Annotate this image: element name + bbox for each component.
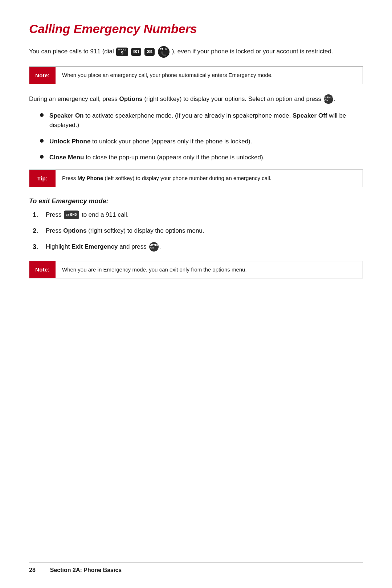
step-number-3: 3. (33, 242, 46, 252)
key-talk-icon: TALK 📞 (158, 46, 170, 58)
end-circle-icon: ⊙ (66, 212, 69, 218)
footer-section-label: Section 2A: Phone Basics (50, 567, 122, 573)
key-talk-label: TALK (160, 48, 168, 51)
intro-text-before: You can place calls to 911 (dial (29, 48, 115, 55)
end-label: END (70, 212, 77, 217)
bullet-item-2-text: Unlock Phone to unlock your phone (appea… (49, 137, 252, 146)
menu-ok2-icon: MENUOK (149, 242, 159, 252)
exit-sub-heading: To exit Emergency mode: (29, 197, 363, 205)
note2-box: Note: When you are in Emergency mode, yo… (29, 261, 363, 279)
footer-page-number: 28 (29, 567, 36, 573)
step-3-text: Highlight Exit Emergency and press MENUO… (46, 242, 161, 252)
tip-content: Press My Phone (left softkey) to display… (56, 170, 363, 187)
note1-label: Note: (29, 67, 56, 84)
speaker-off-label: Speaker Off (293, 112, 327, 119)
intro-text-after: ), even if your phone is locked or your … (172, 48, 333, 55)
bullet-dot-icon (40, 113, 44, 117)
mid-text-after: . (334, 95, 336, 102)
speaker-on-label: Speaker On (49, 112, 84, 119)
page-footer: 28 Section 2A: Phone Basics (29, 562, 363, 573)
note1-content: When you place an emergency call, your p… (56, 67, 363, 84)
note2-label: Note: (29, 261, 56, 278)
bullet-item-3-text: Close Menu to close the pop-up menu (app… (49, 153, 265, 162)
page-title: Calling Emergency Numbers (29, 22, 363, 36)
tip-text-after: (left softkey) to display your phone num… (103, 175, 271, 181)
list-item: 3. Highlight Exit Emergency and press ME… (33, 242, 363, 252)
note2-content: When you are in Emergency mode, you can … (56, 261, 363, 278)
step-number-2: 2. (33, 226, 46, 236)
key-9-label: 9 (121, 51, 123, 56)
key-talk-phone-icon: 📞 (161, 51, 166, 56)
tip-text-before: Press (62, 175, 78, 181)
key-envelope1-icon: ✉1 (131, 48, 141, 56)
list-item: Unlock Phone to unlock your phone (appea… (40, 137, 363, 146)
key-wxyz9-icon: WXYZ 9 (116, 48, 128, 57)
mid-paragraph: During an emergency call, press Options … (29, 94, 363, 104)
step-2-options-label: Options (63, 227, 86, 234)
intro-paragraph: You can place calls to 911 (dial WXYZ 9 … (29, 46, 363, 58)
list-item: Close Menu to close the pop-up menu (app… (40, 153, 363, 162)
mid-text-mid: (right softkey) to display your options.… (143, 95, 323, 102)
tip-box: Tip: Press My Phone (left softkey) to di… (29, 170, 363, 187)
exit-emergency-label: Exit Emergency (72, 243, 118, 250)
end-call-icon: ⊙ END (64, 211, 79, 219)
list-item: Speaker On to activate speakerphone mode… (40, 111, 363, 130)
numbered-steps: 1. Press ⊙ END to end a 911 call. 2. Pre… (33, 210, 363, 252)
bullet-list: Speaker On to activate speakerphone mode… (40, 111, 363, 162)
tip-bold-myphone: My Phone (78, 175, 103, 181)
key-envelope2-icon: ✉1 (144, 48, 155, 56)
step-number-1: 1. (33, 210, 46, 220)
bullet-dot-icon (40, 155, 44, 159)
close-menu-label: Close Menu (49, 154, 84, 161)
mid-text-before: During an emergency call, press (29, 95, 119, 102)
bullet-item-1-text: Speaker On to activate speakerphone mode… (49, 111, 363, 130)
step-1-text: Press ⊙ END to end a 911 call. (46, 210, 128, 220)
list-item: 2. Press Options (right softkey) to disp… (33, 226, 363, 236)
step-2-text: Press Options (right softkey) to display… (46, 226, 204, 236)
bullet-dot-icon (40, 139, 44, 143)
note1-box: Note: When you place an emergency call, … (29, 66, 363, 84)
mid-bold-options: Options (119, 95, 143, 102)
tip-label: Tip: (29, 170, 56, 187)
unlock-phone-label: Unlock Phone (49, 138, 90, 145)
menu-ok-icon: MENUOK (324, 94, 333, 104)
list-item: 1. Press ⊙ END to end a 911 call. (33, 210, 363, 220)
